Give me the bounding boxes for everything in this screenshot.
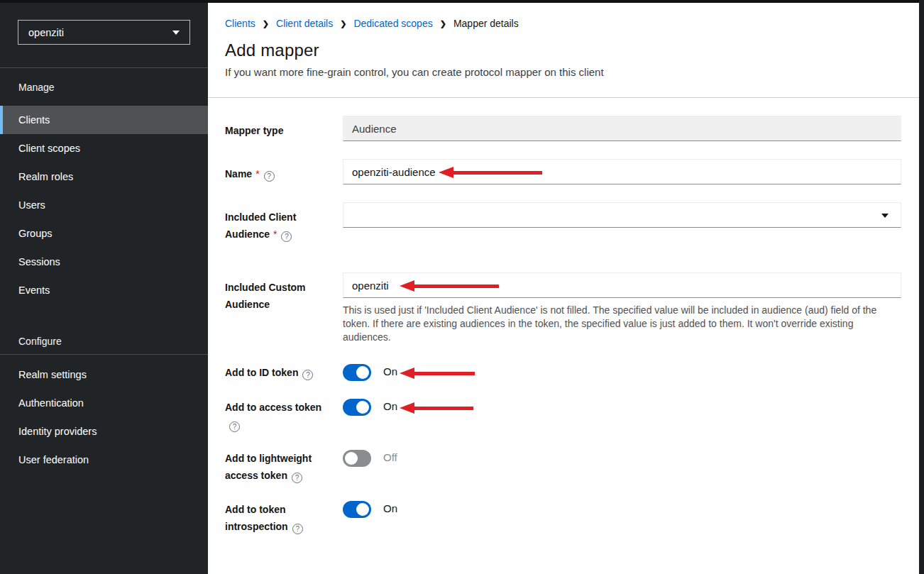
- included-custom-audience-help: This is used just if 'Included Client Au…: [343, 304, 901, 344]
- breadcrumb-dedicated-scopes[interactable]: Dedicated scopes: [353, 18, 432, 29]
- breadcrumb-clients[interactable]: Clients: [225, 18, 255, 29]
- toggle-state-label: Off: [383, 450, 397, 463]
- page-subtitle: If you want more fine-grain control, you…: [225, 66, 902, 78]
- page-header: Clients ❯ Client details ❯ Dedicated sco…: [208, 3, 919, 98]
- browser-top-strip: [0, 0, 924, 3]
- sidebar-section-configure: Configure: [0, 304, 208, 354]
- sidebar-item-clients[interactable]: Clients: [0, 106, 208, 134]
- toggle-state-label: On: [383, 399, 397, 412]
- add-to-access-token-row: Add to access token On: [225, 399, 901, 433]
- help-icon[interactable]: [292, 473, 302, 483]
- sidebar-item-groups[interactable]: Groups: [0, 219, 208, 248]
- annotation-arrow: [400, 368, 475, 379]
- add-to-id-token-label: Add to ID token: [225, 364, 343, 382]
- toggle-state-label: On: [383, 364, 397, 377]
- page-title: Add mapper: [225, 40, 902, 60]
- name-row: Name: [225, 159, 901, 184]
- sidebar: openziti Manage Clients Client scopes Re…: [0, 3, 208, 574]
- add-to-access-token-toggle[interactable]: [343, 399, 371, 416]
- sidebar-item-users[interactable]: Users: [0, 191, 208, 219]
- chevron-down-icon: [172, 31, 180, 35]
- help-icon[interactable]: [302, 370, 313, 380]
- sidebar-item-realm-roles[interactable]: Realm roles: [0, 162, 208, 191]
- mapper-type-row: Mapper type: [225, 116, 901, 141]
- add-to-access-token-label: Add to access token: [225, 399, 343, 433]
- mapper-form: Mapper type Name Included Client Audienc…: [208, 98, 919, 574]
- sidebar-section-manage: Manage: [0, 68, 208, 106]
- realm-selector-value: openziti: [28, 27, 64, 38]
- breadcrumb-client-details[interactable]: Client details: [276, 18, 333, 29]
- add-to-id-token-toggle[interactable]: [343, 364, 371, 381]
- breadcrumb-separator-icon: ❯: [440, 19, 446, 28]
- help-icon[interactable]: [292, 524, 303, 534]
- sidebar-item-realm-settings[interactable]: Realm settings: [0, 360, 208, 389]
- included-client-audience-select[interactable]: [343, 202, 901, 228]
- add-to-lightweight-access-token-label: Add to lightweight access token: [225, 450, 343, 484]
- included-client-audience-row: Included Client Audience: [225, 202, 901, 243]
- included-client-audience-label: Included Client Audience: [225, 202, 343, 243]
- add-to-lightweight-access-token-row: Add to lightweight access token Off: [225, 450, 901, 484]
- add-to-token-introspection-toggle[interactable]: [343, 501, 371, 518]
- name-input[interactable]: [343, 159, 901, 184]
- sidebar-item-sessions[interactable]: Sessions: [0, 248, 208, 276]
- breadcrumb-current: Mapper details: [453, 18, 519, 29]
- mapper-type-label: Mapper type: [225, 116, 343, 141]
- arrow-head-icon: [400, 402, 414, 414]
- arrow-head-icon: [400, 368, 414, 379]
- breadcrumb-separator-icon: ❯: [340, 19, 346, 28]
- add-to-lightweight-access-token-toggle[interactable]: [343, 450, 371, 467]
- add-to-token-introspection-label: Add to token introspection: [225, 501, 343, 535]
- included-custom-audience-input[interactable]: [343, 272, 901, 298]
- name-label: Name: [225, 159, 343, 184]
- breadcrumb-separator-icon: ❯: [263, 19, 269, 28]
- annotation-arrow: [400, 402, 473, 414]
- sidebar-item-events[interactable]: Events: [0, 276, 208, 304]
- add-to-token-introspection-row: Add to token introspection On: [225, 501, 901, 535]
- sidebar-item-client-scopes[interactable]: Client scopes: [0, 134, 208, 162]
- help-icon[interactable]: [264, 171, 275, 182]
- main-content: Clients ❯ Client details ❯ Dedicated sco…: [208, 3, 919, 574]
- chevron-down-icon: [881, 214, 889, 218]
- included-custom-audience-label: Included Custom Audience: [225, 272, 343, 344]
- help-icon[interactable]: [281, 231, 292, 242]
- sidebar-item-authentication[interactable]: Authentication: [0, 389, 208, 417]
- sidebar-item-user-federation[interactable]: User federation: [0, 446, 208, 474]
- toggle-state-label: On: [383, 501, 397, 514]
- included-custom-audience-row: Included Custom Audience This is used ju…: [225, 272, 901, 344]
- breadcrumb: Clients ❯ Client details ❯ Dedicated sco…: [225, 18, 902, 29]
- scrollbar-strip[interactable]: [919, 0, 924, 574]
- help-icon[interactable]: [229, 421, 240, 432]
- sidebar-item-identity-providers[interactable]: Identity providers: [0, 417, 208, 446]
- add-to-id-token-row: Add to ID token On: [225, 364, 901, 382]
- realm-selector-dropdown[interactable]: openziti: [18, 20, 190, 45]
- mapper-type-field: [343, 116, 901, 141]
